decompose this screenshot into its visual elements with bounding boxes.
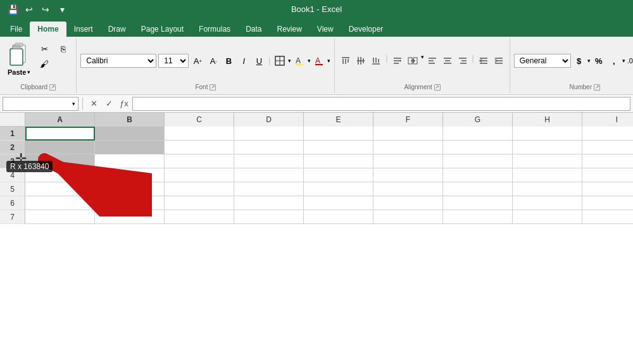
col-header-F[interactable]: F [373, 113, 443, 127]
tab-home[interactable]: Home [30, 22, 66, 37]
cell-D4[interactable] [234, 168, 304, 182]
save-icon[interactable]: 💾 [6, 3, 19, 16]
cell-B5[interactable] [95, 182, 165, 196]
tab-formulas[interactable]: Formulas [191, 22, 238, 37]
redo-icon[interactable]: ↪ [39, 3, 52, 16]
cell-I5[interactable] [582, 182, 633, 196]
row-header-1[interactable]: 1 [0, 127, 25, 141]
row-header-6[interactable]: 6 [0, 196, 25, 210]
align-right-button[interactable] [456, 54, 470, 68]
col-header-I[interactable]: I [582, 113, 633, 127]
increase-indent-button[interactable] [492, 54, 506, 68]
row-header-7[interactable]: 7 [0, 210, 25, 224]
row-header-2[interactable]: 2 [0, 141, 25, 154]
cell-C5[interactable] [165, 182, 234, 196]
fill-color-button[interactable]: A [292, 54, 306, 68]
cell-F5[interactable] [373, 182, 443, 196]
formula-cancel-button[interactable]: ✕ [87, 97, 101, 111]
copy-button[interactable]: ⎘ [54, 42, 72, 56]
name-box[interactable]: ▾ [3, 97, 78, 111]
number-expand[interactable]: ↗ [594, 84, 600, 91]
cell-C2[interactable] [165, 141, 234, 154]
wrap-text-button[interactable] [391, 54, 404, 68]
bold-button[interactable]: B [222, 54, 235, 68]
cell-I3[interactable] [582, 154, 633, 168]
cell-D5[interactable] [234, 182, 304, 196]
name-box-dropdown[interactable]: ▾ [72, 101, 75, 107]
col-header-C[interactable]: C [165, 113, 234, 127]
underline-button[interactable]: U [252, 54, 266, 68]
cell-E2[interactable] [304, 141, 373, 154]
cell-B4[interactable] [95, 168, 165, 182]
cell-E7[interactable] [304, 210, 373, 224]
decrease-indent-button[interactable] [477, 54, 491, 68]
cell-H7[interactable] [513, 210, 582, 224]
shrink-font-button[interactable]: A- [206, 54, 220, 68]
font-color-dropdown[interactable]: ▾ [327, 58, 330, 64]
font-size-select[interactable]: 11 [158, 54, 189, 68]
customize-icon[interactable]: ▾ [56, 3, 68, 16]
cell-F3[interactable] [373, 154, 443, 168]
cell-H2[interactable] [513, 141, 582, 154]
cell-H1[interactable] [513, 127, 582, 141]
cell-A5[interactable] [25, 182, 95, 196]
fill-dropdown[interactable]: ▾ [308, 58, 311, 64]
align-bottom-button[interactable] [369, 54, 383, 68]
col-header-G[interactable]: G [443, 113, 513, 127]
font-expand[interactable]: ↗ [210, 84, 216, 91]
cell-G3[interactable] [443, 154, 513, 168]
tab-draw[interactable]: Draw [101, 22, 134, 37]
merge-dropdown[interactable]: ▾ [421, 54, 424, 68]
cell-E1[interactable] [304, 127, 373, 141]
paste-dropdown-arrow[interactable]: ▾ [27, 69, 30, 75]
currency-dropdown[interactable]: ▾ [587, 58, 591, 64]
cell-B6[interactable] [95, 196, 165, 210]
grow-font-button[interactable]: A+ [191, 54, 204, 68]
comma-button[interactable]: , [607, 54, 621, 68]
clipboard-expand[interactable]: ↗ [49, 84, 56, 91]
currency-button[interactable]: $ [572, 54, 586, 68]
cell-C1[interactable] [165, 127, 234, 141]
tab-data[interactable]: Data [238, 22, 269, 37]
cell-I2[interactable] [582, 141, 633, 154]
col-header-H[interactable]: H [513, 113, 582, 127]
cell-I4[interactable] [582, 168, 633, 182]
alignment-expand[interactable]: ↗ [434, 84, 441, 91]
cell-F4[interactable] [373, 168, 443, 182]
cell-A7[interactable] [25, 210, 95, 224]
select-all-button[interactable] [0, 113, 25, 127]
tab-file[interactable]: File [3, 22, 30, 37]
align-left-button[interactable] [425, 54, 439, 68]
cell-H3[interactable] [513, 154, 582, 168]
merge-cells-button[interactable] [406, 54, 420, 68]
cell-G7[interactable] [443, 210, 513, 224]
number-format-select[interactable]: General [514, 54, 571, 68]
cell-G1[interactable] [443, 127, 513, 141]
tab-view[interactable]: View [310, 22, 341, 37]
cell-C7[interactable] [165, 210, 234, 224]
cut-button[interactable]: ✂ [35, 42, 53, 56]
cell-G6[interactable] [443, 196, 513, 210]
cell-B3[interactable] [95, 154, 165, 168]
cell-H5[interactable] [513, 182, 582, 196]
cell-D6[interactable] [234, 196, 304, 210]
cell-G2[interactable] [443, 141, 513, 154]
cell-C6[interactable] [165, 196, 234, 210]
cell-G4[interactable] [443, 168, 513, 182]
cell-D2[interactable] [234, 141, 304, 154]
tab-review[interactable]: Review [269, 22, 309, 37]
cell-A6[interactable] [25, 196, 95, 210]
cell-F6[interactable] [373, 196, 443, 210]
cell-H6[interactable] [513, 196, 582, 210]
cell-A1[interactable] [25, 127, 95, 141]
cell-E6[interactable] [304, 196, 373, 210]
cell-I7[interactable] [582, 210, 633, 224]
align-center-button[interactable] [441, 54, 454, 68]
cell-I1[interactable] [582, 127, 633, 141]
align-middle-button[interactable] [354, 54, 368, 68]
cell-D1[interactable] [234, 127, 304, 141]
percent-dropdown[interactable]: ▾ [622, 58, 625, 64]
cell-G5[interactable] [443, 182, 513, 196]
formula-input[interactable] [132, 97, 630, 111]
cell-F7[interactable] [373, 210, 443, 224]
